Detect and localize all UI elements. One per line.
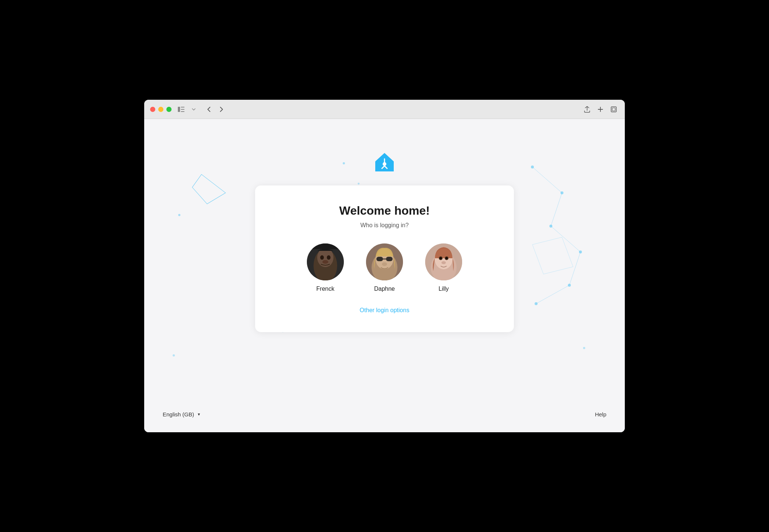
svg-line-21 xyxy=(532,167,562,193)
svg-rect-42 xyxy=(386,257,393,261)
svg-rect-5 xyxy=(612,108,615,111)
language-chevron-icon: ▼ xyxy=(197,412,201,416)
user-name-frenck: Frenck xyxy=(316,286,335,292)
avatar-frenck xyxy=(307,243,344,280)
avatar-daphne xyxy=(366,243,403,280)
back-button[interactable] xyxy=(203,104,214,115)
traffic-lights xyxy=(150,107,172,112)
svg-point-18 xyxy=(343,162,345,164)
forward-button[interactable] xyxy=(216,104,227,115)
svg-point-14 xyxy=(549,225,552,228)
svg-rect-0 xyxy=(178,107,180,112)
toolbar-right xyxy=(582,104,619,115)
browser-content: Welcome home! Who is logging in? xyxy=(144,119,625,432)
svg-line-7 xyxy=(207,193,226,204)
svg-point-9 xyxy=(178,214,180,216)
user-item-frenck[interactable]: Frenck xyxy=(307,243,344,292)
welcome-subtitle: Who is logging in? xyxy=(360,222,409,229)
svg-point-13 xyxy=(560,191,563,194)
svg-point-15 xyxy=(579,250,582,253)
chevron-down-icon[interactable] xyxy=(189,104,199,115)
minimize-button[interactable] xyxy=(158,107,163,112)
svg-rect-2 xyxy=(181,109,184,110)
svg-point-50 xyxy=(440,257,442,259)
svg-rect-3 xyxy=(181,111,184,112)
svg-point-35 xyxy=(327,255,331,260)
welcome-title: Welcome home! xyxy=(339,204,430,218)
svg-point-34 xyxy=(320,255,324,260)
svg-line-8 xyxy=(192,174,201,187)
svg-rect-37 xyxy=(307,243,344,249)
browser-toolbar xyxy=(144,100,625,119)
svg-point-36 xyxy=(322,260,328,264)
svg-point-52 xyxy=(441,261,446,264)
svg-line-23 xyxy=(551,226,580,252)
user-item-daphne[interactable]: Daphne xyxy=(366,243,403,292)
app-logo-area xyxy=(372,149,397,174)
toolbar-controls xyxy=(176,104,199,115)
maximize-button[interactable] xyxy=(166,107,172,112)
svg-point-20 xyxy=(583,347,585,349)
svg-point-44 xyxy=(382,262,387,266)
svg-point-16 xyxy=(568,284,571,287)
svg-marker-6 xyxy=(192,174,226,204)
svg-rect-1 xyxy=(181,107,184,108)
close-button[interactable] xyxy=(150,107,155,112)
svg-point-10 xyxy=(173,354,175,357)
svg-rect-41 xyxy=(376,257,383,261)
browser-window: Welcome home! Who is logging in? xyxy=(144,100,625,432)
svg-point-19 xyxy=(358,183,360,185)
login-card: Welcome home! Who is logging in? xyxy=(255,185,514,332)
users-row: Frenck xyxy=(307,243,462,292)
new-tab-icon[interactable] xyxy=(595,104,606,115)
svg-point-17 xyxy=(535,302,538,305)
svg-point-51 xyxy=(446,257,448,259)
bottom-bar: English (GB) ▼ Help xyxy=(144,411,625,417)
language-label: English (GB) xyxy=(163,411,194,417)
user-name-daphne: Daphne xyxy=(374,286,395,292)
avatar-lilly xyxy=(425,243,462,280)
home-assistant-logo xyxy=(372,149,397,174)
svg-marker-26 xyxy=(532,237,573,274)
other-login-link[interactable]: Other login options xyxy=(360,307,409,314)
svg-point-12 xyxy=(531,166,534,168)
user-name-lilly: Lilly xyxy=(438,286,449,292)
svg-line-24 xyxy=(569,252,580,285)
user-item-lilly[interactable]: Lilly xyxy=(425,243,462,292)
svg-rect-4 xyxy=(611,107,616,112)
svg-line-22 xyxy=(551,193,562,226)
share-icon[interactable] xyxy=(582,104,592,115)
svg-line-25 xyxy=(536,285,569,304)
help-link[interactable]: Help xyxy=(595,411,606,417)
sidebar-toggle-icon[interactable] xyxy=(176,104,186,115)
language-selector[interactable]: English (GB) ▼ xyxy=(163,411,201,417)
nav-buttons xyxy=(203,104,227,115)
tabs-icon[interactable] xyxy=(609,104,619,115)
